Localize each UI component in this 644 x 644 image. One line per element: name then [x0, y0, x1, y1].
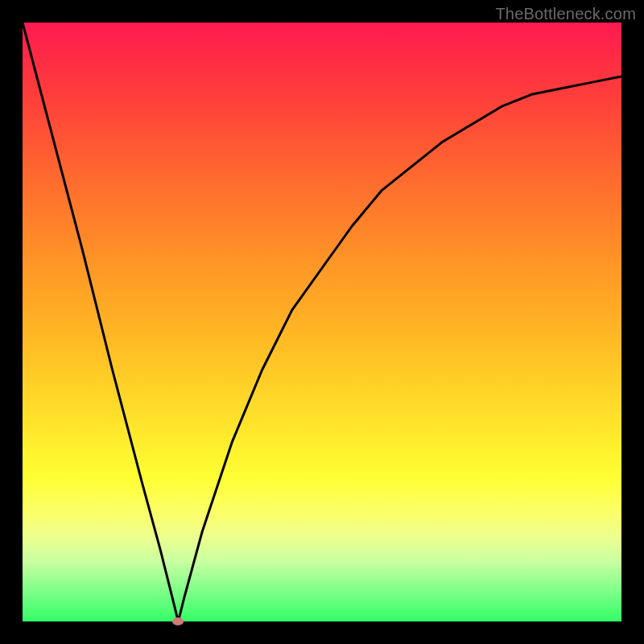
watermark-text: TheBottleneck.com: [495, 5, 636, 23]
curve-path: [23, 23, 621, 621]
bottleneck-curve: [23, 23, 621, 621]
optimal-point-marker: [172, 617, 184, 625]
chart-frame: TheBottleneck.com: [0, 0, 644, 644]
plot-area: [23, 23, 621, 621]
